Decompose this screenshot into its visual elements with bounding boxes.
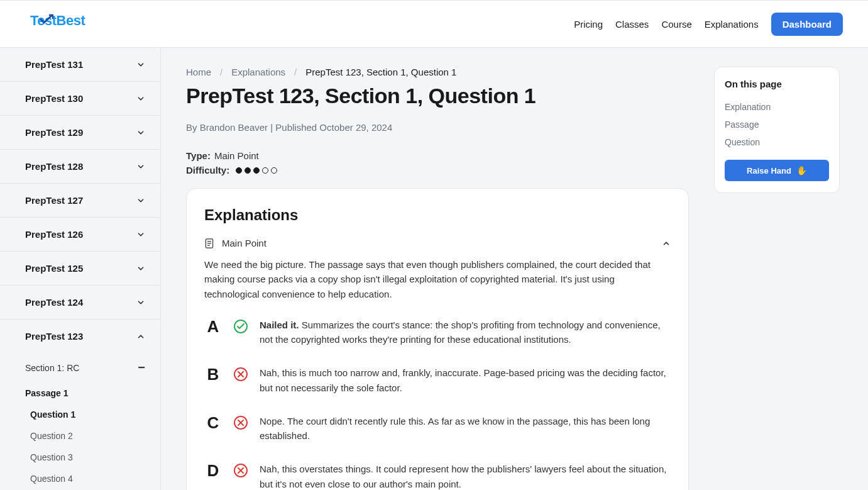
difficulty-dots <box>236 167 277 174</box>
difficulty-dot <box>236 167 242 174</box>
breadcrumb-home[interactable]: Home <box>186 67 211 77</box>
sidebar-item-label: PrepTest 126 <box>25 229 83 240</box>
rail-link-question[interactable]: Question <box>725 133 829 151</box>
rail-links: Explanation Passage Question <box>725 98 829 151</box>
sidebar-question-label: Question 3 <box>30 452 73 462</box>
chevron-down-icon <box>136 230 145 239</box>
type-row: Type: Main Point <box>186 150 689 161</box>
sidebar-item-label: PrepTest 131 <box>25 59 83 70</box>
choice-letter: C <box>204 414 222 432</box>
nav-pricing[interactable]: Pricing <box>574 19 603 30</box>
chevron-down-icon <box>136 60 145 69</box>
choice-text: Nailed it. Summarizes the court's stance… <box>260 318 671 347</box>
raise-hand-button[interactable]: Raise Hand ✋ <box>725 160 829 181</box>
sidebar-section-label: Section 1: RC <box>25 363 79 373</box>
sidebar-item-label: PrepTest 130 <box>25 93 83 104</box>
rail-heading: On this page <box>725 79 829 89</box>
nav: Pricing Classes Course Explanations Dash… <box>574 13 843 36</box>
difficulty-row: Difficulty: <box>186 165 689 175</box>
check-circle-icon <box>233 319 248 334</box>
sidebar-item-preptest-126[interactable]: PrepTest 126 <box>0 218 160 252</box>
breadcrumb: Home / Explanations / PrepTest 123, Sect… <box>186 67 689 77</box>
sidebar: PrepTest 131 PrepTest 130 PrepTest 129 P… <box>0 48 161 490</box>
x-circle-icon <box>233 463 248 478</box>
sidebar-section[interactable]: Section 1: RC − <box>0 353 160 382</box>
choice-c: CNope. The court didn't recently rule th… <box>204 414 671 443</box>
sidebar-item-preptest-125[interactable]: PrepTest 125 <box>0 252 160 286</box>
byline: By Brandon Beaver | Published October 29… <box>186 122 689 133</box>
on-this-page-rail: On this page Explanation Passage Questio… <box>714 67 840 193</box>
sidebar-question-4[interactable]: Question 4 <box>0 468 160 489</box>
sidebar-item-preptest-130[interactable]: PrepTest 130 <box>0 82 160 116</box>
page-title: PrepTest 123, Section 1, Question 1 <box>186 84 689 108</box>
logo[interactable]: Test Best <box>30 13 53 35</box>
sidebar-item-preptest-127[interactable]: PrepTest 127 <box>0 184 160 218</box>
sidebar-question-3[interactable]: Question 3 <box>0 447 160 468</box>
difficulty-dot <box>253 167 260 174</box>
chevron-down-icon <box>136 94 145 103</box>
chevron-up-icon <box>662 239 671 248</box>
accordion-main-point[interactable]: Main Point <box>204 238 671 257</box>
type-label: Type: <box>186 150 211 161</box>
choice-text: Nah, this overstates things. It could re… <box>260 462 671 490</box>
sidebar-item-preptest-123[interactable]: PrepTest 123 <box>0 320 160 353</box>
sidebar-question-label: Question 4 <box>30 474 73 484</box>
sidebar-question-2[interactable]: Question 2 <box>0 425 160 447</box>
sidebar-item-label: PrepTest 128 <box>25 161 83 172</box>
choice-b: BNah, this is much too narrow and, frank… <box>204 365 671 395</box>
difficulty-label: Difficulty: <box>186 165 229 175</box>
sidebar-passage[interactable]: Passage 1 <box>0 382 160 404</box>
breadcrumb-explanations[interactable]: Explanations <box>231 67 285 77</box>
x-circle-icon <box>233 415 248 430</box>
choice-d: DNah, this overstates things. It could r… <box>204 462 671 490</box>
sidebar-item-preptest-129[interactable]: PrepTest 129 <box>0 116 160 150</box>
sidebar-question-label: Question 2 <box>30 431 73 441</box>
rail-link-passage[interactable]: Passage <box>725 116 829 133</box>
nav-classes[interactable]: Classes <box>615 19 649 30</box>
sidebar-item-preptest-131[interactable]: PrepTest 131 <box>0 48 160 82</box>
minus-icon: − <box>138 360 145 375</box>
chevron-up-icon <box>136 332 145 341</box>
choice-a: ANailed it. Summarizes the court's stanc… <box>204 318 671 347</box>
choices: ANailed it. Summarizes the court's stanc… <box>204 318 671 490</box>
nav-course[interactable]: Course <box>661 19 691 30</box>
difficulty-dot <box>271 167 277 174</box>
nav-explanations[interactable]: Explanations <box>705 19 759 30</box>
rail-link-explanation[interactable]: Explanation <box>725 98 829 116</box>
sidebar-question-label: Question 1 <box>30 409 75 420</box>
card-heading: Explanations <box>204 206 671 224</box>
sidebar-item-label: PrepTest 124 <box>25 297 83 308</box>
choice-letter: B <box>204 365 222 384</box>
choice-letter: A <box>204 318 222 336</box>
accordion-body: We need the big picture. The passage say… <box>204 257 671 314</box>
layout: PrepTest 131 PrepTest 130 PrepTest 129 P… <box>0 48 868 490</box>
sidebar-item-label: PrepTest 127 <box>25 195 83 206</box>
logo-check-icon <box>40 14 53 25</box>
raise-hand-label: Raise Hand <box>747 166 791 175</box>
x-circle-icon <box>233 367 248 382</box>
header: Test Best Pricing Classes Course Explana… <box>0 0 868 48</box>
chevron-down-icon <box>136 264 145 273</box>
hand-icon: ✋ <box>796 165 807 175</box>
sidebar-question-1[interactable]: Question 1 <box>0 404 160 425</box>
document-icon <box>204 238 214 248</box>
logo-text-2: Best <box>57 13 85 29</box>
main: Home / Explanations / PrepTest 123, Sect… <box>161 48 868 490</box>
sidebar-passage-label: Passage 1 <box>25 388 69 398</box>
choice-letter: D <box>204 462 222 480</box>
chevron-down-icon <box>136 128 145 137</box>
accordion-title: Main Point <box>222 238 266 248</box>
chevron-down-icon <box>136 162 145 171</box>
breadcrumb-sep-icon: / <box>294 67 297 77</box>
type-value: Main Point <box>214 150 259 161</box>
breadcrumb-sep-icon: / <box>220 67 222 77</box>
sidebar-item-label: PrepTest 129 <box>25 127 83 138</box>
choice-text: Nah, this is much too narrow and, frankl… <box>260 365 671 395</box>
breadcrumb-current: PrepTest 123, Section 1, Question 1 <box>305 67 456 77</box>
difficulty-dot <box>244 167 251 174</box>
dashboard-button[interactable]: Dashboard <box>771 13 843 36</box>
sidebar-item-preptest-124[interactable]: PrepTest 124 <box>0 286 160 320</box>
choice-text: Nope. The court didn't recently rule thi… <box>260 414 671 443</box>
sidebar-item-preptest-128[interactable]: PrepTest 128 <box>0 150 160 184</box>
difficulty-dot <box>262 167 268 174</box>
